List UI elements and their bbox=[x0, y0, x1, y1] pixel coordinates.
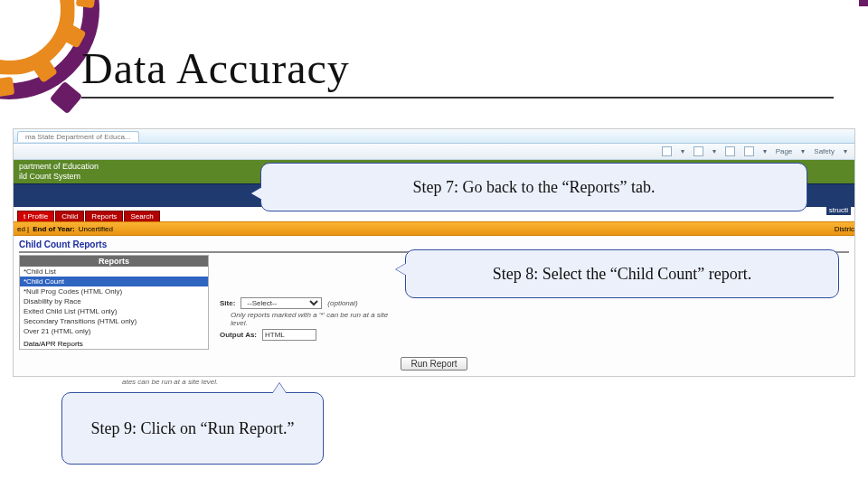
optional-note: (optional) bbox=[327, 299, 357, 307]
report-item[interactable]: Disability by Race bbox=[20, 296, 208, 306]
status-label: End of Year: bbox=[33, 225, 75, 233]
report-item[interactable]: Secondary Transitions (HTML only) bbox=[20, 316, 208, 326]
tab-search[interactable]: Search bbox=[124, 211, 159, 221]
status-value: Uncertified bbox=[79, 225, 113, 233]
toolbar-sep: ▾ bbox=[763, 147, 767, 155]
report-item[interactable]: *Null Prog Codes (HTML Only) bbox=[20, 286, 208, 296]
browser-tab-row: ma State Department of Educa... bbox=[14, 129, 854, 144]
callout-step-8: Step 8: Select the “Child Count” report. bbox=[405, 249, 839, 298]
report-item[interactable]: *Child List bbox=[20, 267, 208, 277]
print-icon[interactable] bbox=[744, 146, 754, 156]
title-area: Data Accuracy bbox=[81, 43, 834, 99]
toolbar-sep: ▾ bbox=[801, 147, 805, 155]
run-report-button[interactable]: Run Report bbox=[401, 357, 467, 371]
accent-bar bbox=[859, 0, 868, 6]
toolbar-sep: ▾ bbox=[681, 147, 684, 155]
feed-icon[interactable] bbox=[693, 146, 703, 156]
report-item[interactable]: Over 21 (HTML only) bbox=[20, 326, 208, 336]
status-bar: ed | End of Year: Uncertified Distric bbox=[14, 221, 854, 236]
site-select[interactable]: --Select-- bbox=[241, 297, 322, 309]
report-section-item[interactable]: Data/APR Reports bbox=[20, 339, 208, 349]
tab-reports[interactable]: Reports bbox=[85, 211, 123, 221]
page-title: Data Accuracy bbox=[81, 43, 834, 93]
site-note: Only reports marked with a '*' can be ru… bbox=[231, 311, 393, 327]
status-right: Distric bbox=[835, 225, 854, 233]
tab-profile[interactable]: t Profile bbox=[17, 211, 54, 221]
tab-child[interactable]: Child bbox=[55, 211, 84, 221]
status-divider: ed | bbox=[17, 225, 29, 233]
home-icon[interactable] bbox=[662, 146, 672, 156]
callout-step-7: Step 7: Go back to the “Reports” tab. bbox=[260, 163, 807, 211]
report-item[interactable]: Exited Child List (HTML only) bbox=[20, 306, 208, 316]
toolbar-page[interactable]: Page bbox=[776, 147, 793, 155]
callout-text: Step 7: Go back to the “Reports” tab. bbox=[413, 178, 656, 196]
callout-tail bbox=[251, 187, 262, 200]
report-item-selected[interactable]: *Child Count bbox=[20, 277, 208, 286]
callout-text: Step 9: Click on “Run Report.” bbox=[91, 418, 295, 439]
callout-step-9: Step 9: Click on “Run Report.” bbox=[61, 392, 324, 465]
tab-instructions[interactable]: structi bbox=[826, 205, 851, 215]
callout-tail bbox=[272, 383, 287, 394]
browser-tab[interactable]: ma State Department of Educa... bbox=[17, 131, 139, 142]
toolbar-sep: ▾ bbox=[844, 147, 847, 155]
mail-icon[interactable] bbox=[725, 146, 735, 156]
toolbar-safety[interactable]: Safety bbox=[814, 147, 835, 155]
browser-toolbar: ▾ ▾ ▾ Page ▾ Safety ▾ bbox=[14, 144, 854, 160]
report-list: Reports *Child List *Child Count *Null P… bbox=[19, 255, 209, 350]
callout-tail bbox=[396, 263, 407, 276]
footer-note: ates can be run at a site level. bbox=[122, 378, 854, 386]
output-field[interactable] bbox=[262, 329, 316, 341]
callout-text: Step 8: Select the “Child Count” report. bbox=[493, 265, 751, 283]
toolbar-sep: ▾ bbox=[712, 147, 716, 155]
report-list-header: Reports bbox=[20, 256, 208, 267]
output-label: Output As: bbox=[220, 331, 257, 339]
site-label: Site: bbox=[220, 299, 235, 307]
